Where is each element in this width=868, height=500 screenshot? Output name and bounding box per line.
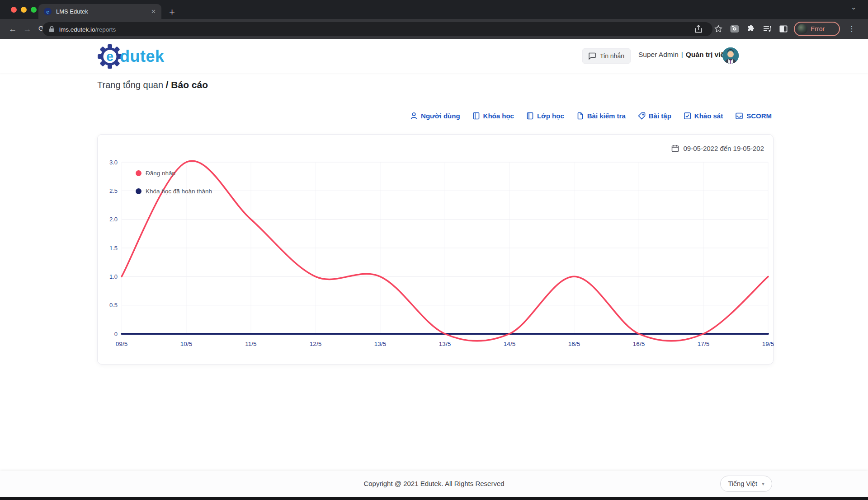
browser-titlebar: e LMS Edutek ✕ ＋ ⌄ [0, 0, 868, 19]
file-icon [576, 112, 584, 120]
check-square-icon [684, 112, 691, 120]
legend-dot-red [136, 170, 142, 176]
browser-menu-icon[interactable]: ⋮ [848, 19, 855, 39]
svg-text:12/5: 12/5 [310, 341, 321, 347]
tab-search-chevron-icon[interactable]: ⌄ [851, 4, 856, 11]
browser-toolbar: ← → ⟳ lms.edutek.io/reports Error ⋮ [0, 19, 868, 39]
svg-text:11/5: 11/5 [245, 341, 256, 347]
back-button[interactable]: ← [6, 19, 19, 39]
close-window-button[interactable] [11, 7, 17, 13]
side-panel-icon[interactable] [778, 24, 788, 34]
chevron-down-icon: ▾ [762, 481, 764, 487]
svg-text:1.5: 1.5 [109, 245, 118, 252]
chat-bubble-icon [589, 52, 596, 60]
tag-pen-icon [638, 112, 646, 120]
svg-text:3.0: 3.0 [109, 159, 118, 166]
book-icon [472, 112, 480, 120]
nav-label: Khóa học [483, 112, 514, 120]
language-label: Tiếng Việt [728, 480, 757, 487]
media-playlist-icon[interactable] [762, 24, 772, 34]
date-range-picker[interactable]: 09-05-2022 đến 19-05-202 [671, 145, 764, 152]
url-host: lms.edutek.io [59, 26, 95, 33]
nav-item-surveys[interactable]: Khảo sát [684, 112, 723, 120]
svg-text:17/5: 17/5 [698, 341, 709, 347]
nav-label: Lớp học [537, 112, 564, 120]
nav-item-users[interactable]: Người dùng [410, 112, 460, 120]
svg-text:0.5: 0.5 [109, 302, 118, 308]
breadcrumb-parent[interactable]: Trang tổng quan [97, 80, 163, 90]
forward-button[interactable]: → [21, 19, 33, 39]
report-chart-card: 00.51.01.52.02.53.009/510/511/512/513/51… [97, 134, 774, 364]
svg-text:16/5: 16/5 [633, 341, 645, 347]
profile-avatar [797, 24, 807, 34]
report-nav: Người dùng Khóa học Lớp học Bài kiểm tra… [410, 112, 772, 120]
inbox-icon [735, 112, 743, 120]
nav-item-scorm[interactable]: SCORM [735, 112, 772, 120]
logo-gear-icon: e [97, 44, 123, 69]
nav-label: Bài tập [649, 112, 671, 120]
url-path: /reports [95, 26, 116, 33]
lock-icon [49, 26, 55, 33]
maximize-window-button[interactable] [31, 7, 37, 13]
book-icon [526, 112, 534, 120]
svg-text:16/5: 16/5 [568, 341, 580, 347]
user-icon [410, 112, 418, 120]
svg-text:09/5: 09/5 [116, 341, 127, 347]
legend-item-logins[interactable]: Đăng nhập [136, 170, 175, 177]
url-bar[interactable]: lms.edutek.io/reports [42, 22, 712, 36]
legend-label: Khóa học đã hoàn thành [146, 188, 212, 195]
extensions-puzzle-icon[interactable] [746, 24, 756, 34]
date-range-label: 09-05-2022 đến 19-05-202 [684, 145, 764, 152]
svg-text:14/5: 14/5 [504, 341, 515, 347]
language-selector[interactable]: Tiếng Việt ▾ [720, 476, 772, 492]
nav-item-assignments[interactable]: Bài tập [638, 112, 671, 120]
share-icon[interactable] [693, 24, 703, 34]
edutek-logo[interactable]: e dutek [97, 44, 165, 69]
breadcrumb-current: Báo cáo [171, 79, 208, 90]
browser-tab[interactable]: e LMS Edutek ✕ [38, 4, 161, 19]
site-favicon-icon: e [44, 8, 52, 15]
nav-item-classes[interactable]: Lớp học [526, 112, 564, 120]
window-bottom-edge [0, 497, 868, 500]
logo-text: dutek [120, 47, 165, 66]
svg-text:0: 0 [114, 331, 118, 337]
svg-text:13/5: 13/5 [374, 341, 386, 347]
nav-label: Khảo sát [694, 112, 723, 120]
user-name: Super Admin [638, 51, 679, 59]
user-avatar[interactable] [722, 47, 739, 64]
svg-text:2.5: 2.5 [109, 187, 118, 194]
messages-label: Tin nhắn [600, 52, 624, 60]
svg-text:10/5: 10/5 [180, 341, 192, 347]
svg-text:19/5: 19/5 [762, 341, 774, 347]
screenshot-camera-icon[interactable] [730, 24, 740, 34]
line-chart: 00.51.01.52.02.53.009/510/511/512/513/51… [98, 135, 774, 365]
calendar-icon [671, 145, 679, 152]
tab-close-icon[interactable]: ✕ [151, 8, 156, 15]
app-header: e dutek Tin nhắn Super Admin | Quản trị … [0, 39, 868, 73]
nav-label: SCORM [746, 112, 772, 120]
page-footer: Copyright @ 2021 Edutek. All Rights Rese… [0, 471, 868, 497]
breadcrumb: Trang tổng quan / Báo cáo [97, 79, 208, 90]
svg-text:e: e [106, 49, 113, 64]
legend-dot-navy [136, 188, 142, 194]
minimize-window-button[interactable] [21, 7, 27, 13]
nav-item-tests[interactable]: Bài kiểm tra [576, 112, 626, 120]
svg-text:2.0: 2.0 [109, 216, 118, 223]
breadcrumb-divider: / [166, 79, 169, 90]
legend-item-completed-courses[interactable]: Khóa học đã hoàn thành [136, 188, 212, 195]
messages-button[interactable]: Tin nhắn [582, 48, 631, 64]
profile-error-badge[interactable]: Error [794, 22, 840, 36]
new-tab-button[interactable]: ＋ [167, 4, 177, 19]
tab-title: LMS Edutek [56, 8, 146, 15]
nav-item-courses[interactable]: Khóa học [472, 112, 514, 120]
profile-error-label: Error [811, 25, 825, 33]
svg-text:13/5: 13/5 [439, 341, 451, 347]
legend-label: Đăng nhập [146, 170, 175, 177]
url-text: lms.edutek.io/reports [59, 25, 116, 33]
nav-label: Bài kiểm tra [587, 112, 626, 120]
nav-label: Người dùng [421, 112, 460, 120]
user-separator: | [681, 51, 683, 59]
svg-text:1.0: 1.0 [109, 273, 118, 280]
bookmark-star-icon[interactable] [713, 24, 723, 34]
